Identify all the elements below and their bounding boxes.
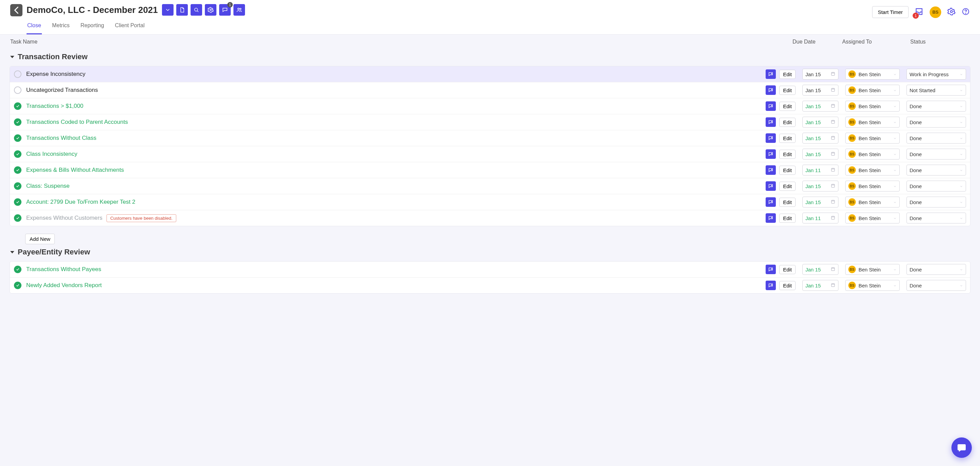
- check-circle-icon[interactable]: [14, 214, 21, 222]
- status-select[interactable]: Done: [907, 165, 966, 175]
- check-circle-icon[interactable]: [14, 118, 21, 126]
- help-button[interactable]: [962, 8, 970, 17]
- status-select[interactable]: Done: [907, 181, 966, 191]
- due-date-select[interactable]: Jan 11: [802, 213, 838, 223]
- chat-button[interactable]: 1: [219, 4, 231, 16]
- task-row[interactable]: Newly Added Vendors ReportEditJan 15BSBe…: [10, 278, 970, 293]
- assignee-select[interactable]: BSBen Stein: [845, 165, 900, 175]
- user-avatar[interactable]: BS: [930, 6, 941, 18]
- task-row[interactable]: Transactions Coded to Parent AccountsEdi…: [10, 114, 970, 130]
- due-date-select[interactable]: Jan 15: [802, 181, 838, 191]
- edit-button[interactable]: Edit: [779, 198, 795, 207]
- inbox-button[interactable]: 1: [915, 7, 924, 17]
- edit-button[interactable]: Edit: [779, 118, 795, 127]
- check-circle-icon[interactable]: [14, 150, 21, 158]
- edit-button[interactable]: Edit: [779, 181, 795, 191]
- row-chat-button[interactable]: [765, 101, 776, 111]
- status-select[interactable]: Done: [907, 101, 966, 111]
- row-chat-button[interactable]: [765, 134, 776, 143]
- check-circle-icon[interactable]: [14, 182, 21, 190]
- due-date-select[interactable]: Jan 15: [802, 85, 838, 95]
- row-chat-button[interactable]: [765, 150, 776, 159]
- add-new-button[interactable]: Add New: [25, 234, 55, 244]
- row-chat-button[interactable]: [765, 69, 776, 79]
- task-row[interactable]: Class: SuspenseEditJan 15BSBen SteinDone: [10, 178, 970, 194]
- edit-button[interactable]: Edit: [779, 150, 795, 159]
- task-row[interactable]: Transactions > $1,000EditJan 15BSBen Ste…: [10, 98, 970, 114]
- row-chat-button[interactable]: [765, 85, 776, 95]
- edit-button[interactable]: Edit: [779, 102, 795, 111]
- edit-button[interactable]: Edit: [779, 134, 795, 143]
- header-settings[interactable]: [947, 8, 956, 17]
- task-row[interactable]: Uncategorized TransactionsEditJan 15BSBe…: [10, 82, 970, 98]
- edit-button[interactable]: Edit: [779, 265, 795, 274]
- due-date-select[interactable]: Jan 15: [802, 101, 838, 111]
- due-date-select[interactable]: Jan 15: [802, 69, 838, 80]
- row-chat-button[interactable]: [765, 181, 776, 191]
- status-select[interactable]: Done: [907, 149, 966, 159]
- assignee-select[interactable]: BSBen Stein: [845, 133, 900, 143]
- assignee-select[interactable]: BSBen Stein: [845, 197, 900, 207]
- assignee-select[interactable]: BSBen Stein: [845, 101, 900, 111]
- row-chat-button[interactable]: [765, 281, 776, 290]
- section-header[interactable]: Payee/Entity Review: [0, 244, 980, 261]
- edit-button[interactable]: Edit: [779, 70, 795, 79]
- check-circle-icon[interactable]: [14, 282, 21, 289]
- people-button[interactable]: [234, 4, 245, 16]
- assignee-select[interactable]: BSBen Stein: [845, 117, 900, 127]
- due-date-select[interactable]: Jan 15: [802, 264, 838, 275]
- row-chat-button[interactable]: [765, 197, 776, 207]
- status-select[interactable]: Done: [907, 213, 966, 223]
- edit-button[interactable]: Edit: [779, 281, 795, 290]
- row-chat-button[interactable]: [765, 213, 776, 223]
- status-select[interactable]: Not Started: [907, 85, 966, 95]
- due-date-select[interactable]: Jan 15: [802, 133, 838, 143]
- assignee-select[interactable]: BSBen Stein: [845, 85, 900, 95]
- task-row[interactable]: Class InconsistencyEditJan 15BSBen Stein…: [10, 146, 970, 162]
- row-chat-button[interactable]: [765, 265, 776, 274]
- status-select[interactable]: Done: [907, 197, 966, 207]
- assignee-select[interactable]: BSBen Stein: [845, 69, 900, 80]
- settings-button[interactable]: [205, 4, 216, 16]
- tab-reporting[interactable]: Reporting: [80, 19, 105, 34]
- check-circle-icon[interactable]: [14, 198, 21, 206]
- edit-button[interactable]: Edit: [779, 214, 795, 223]
- dropdown-button[interactable]: [162, 4, 173, 16]
- search-button[interactable]: [191, 4, 202, 16]
- edit-button[interactable]: Edit: [779, 165, 795, 175]
- due-date-select[interactable]: Jan 15: [802, 117, 838, 127]
- tab-metrics[interactable]: Metrics: [51, 19, 70, 34]
- due-date-select[interactable]: Jan 11: [802, 165, 838, 175]
- section-header[interactable]: Transaction Review: [0, 49, 980, 66]
- due-date-select[interactable]: Jan 15: [802, 197, 838, 207]
- status-select[interactable]: Work in Progress: [907, 69, 966, 80]
- tab-client-portal[interactable]: Client Portal: [115, 19, 145, 34]
- check-circle-icon[interactable]: [14, 134, 21, 142]
- status-select[interactable]: Done: [907, 264, 966, 275]
- start-timer-button[interactable]: Start Timer: [872, 6, 908, 18]
- assignee-select[interactable]: BSBen Stein: [845, 280, 900, 291]
- tab-close[interactable]: Close: [27, 19, 42, 34]
- assignee-select[interactable]: BSBen Stein: [845, 149, 900, 159]
- check-circle-icon[interactable]: [14, 102, 21, 110]
- status-select[interactable]: Done: [907, 117, 966, 127]
- assignee-select[interactable]: BSBen Stein: [845, 181, 900, 191]
- task-row[interactable]: Account: 2799 Due To/From Keeper Test 2E…: [10, 194, 970, 210]
- check-circle-icon[interactable]: [14, 166, 21, 174]
- open-circle-icon[interactable]: [14, 70, 21, 78]
- document-button[interactable]: [176, 4, 188, 16]
- task-row[interactable]: Expenses Without CustomersCustomers have…: [10, 210, 970, 226]
- row-chat-button[interactable]: [765, 117, 776, 127]
- task-row[interactable]: Expenses & Bills Without AttachmentsEdit…: [10, 162, 970, 178]
- due-date-select[interactable]: Jan 15: [802, 149, 838, 159]
- status-select[interactable]: Done: [907, 133, 966, 143]
- assignee-select[interactable]: BSBen Stein: [845, 264, 900, 275]
- row-chat-button[interactable]: [765, 165, 776, 175]
- edit-button[interactable]: Edit: [779, 86, 795, 95]
- task-row[interactable]: Transactions Without ClassEditJan 15BSBe…: [10, 130, 970, 146]
- task-row[interactable]: Transactions Without PayeesEditJan 15BSB…: [10, 262, 970, 278]
- check-circle-icon[interactable]: [14, 266, 21, 273]
- task-row[interactable]: Expense InconsistencyEditJan 15BSBen Ste…: [10, 66, 970, 82]
- status-select[interactable]: Done: [907, 280, 966, 291]
- open-circle-icon[interactable]: [14, 86, 21, 94]
